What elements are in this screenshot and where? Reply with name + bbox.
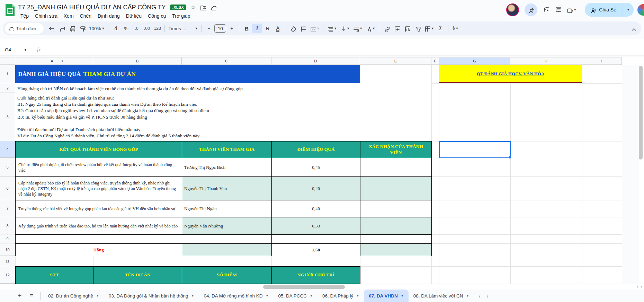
cell-process-link[interactable]: QT ĐÁNH GIÁ HQCV, VĂN HÓA: [439, 65, 582, 83]
comments-icon[interactable]: [555, 6, 561, 14]
cell-empty[interactable]: [272, 235, 360, 244]
star-icon[interactable]: ☆: [190, 4, 196, 11]
selected-cell-g4[interactable]: [439, 141, 511, 158]
name-box-caret-icon[interactable]: ▼: [24, 48, 27, 52]
version-history-icon[interactable]: [543, 6, 549, 14]
column-header-h[interactable]: H: [510, 57, 582, 65]
column-header-e[interactable]: E: [360, 57, 431, 65]
decrease-font-size-button[interactable]: −: [204, 24, 214, 33]
tab-caret-icon[interactable]: ▼: [310, 294, 313, 297]
sheet-tab-05-da-pccc[interactable]: 05. DA PCCC▼: [274, 290, 317, 302]
row-header-12[interactable]: 12: [0, 266, 15, 284]
row-header-4[interactable]: 4: [0, 141, 15, 158]
undo-button[interactable]: [46, 24, 56, 33]
row-header-9[interactable]: 9: [0, 234, 15, 243]
row-header-10[interactable]: 10: [0, 243, 15, 256]
menu-file[interactable]: Tệp: [18, 12, 31, 19]
column-header-b[interactable]: B: [93, 57, 182, 65]
menu-edit[interactable]: Chỉnh sửa: [33, 12, 60, 19]
cell-empty[interactable]: [182, 244, 272, 256]
bold-button[interactable]: B: [242, 24, 251, 33]
text-wrap-button[interactable]: ▼: [351, 24, 364, 33]
scroll-corner-buttons[interactable]: ‹›: [637, 284, 642, 289]
column-header-g[interactable]: G: [439, 57, 510, 65]
italic-button[interactable]: I: [252, 24, 262, 33]
column-header-i[interactable]: I: [582, 57, 622, 65]
column-a-dropdown-icon[interactable]: ▼: [61, 60, 64, 63]
document-title[interactable]: T7.25_ĐÁNH GIÁ HIỆU QUẢ DỰ ÁN CẤP CÔNG T…: [18, 4, 166, 11]
menu-help[interactable]: Trợ giúp: [170, 12, 193, 19]
row-header-3[interactable]: 3: [0, 93, 15, 141]
font-select[interactable]: Times ...▼: [167, 24, 199, 33]
tab-caret-icon[interactable]: ▼: [401, 294, 404, 297]
tab-caret-icon[interactable]: ▼: [191, 294, 194, 297]
fill-handle[interactable]: [509, 156, 511, 159]
header-confirmation[interactable]: XÁC NHẬN CỦA THÀNH VIÊN: [360, 141, 432, 158]
row-header-2[interactable]: 2: [0, 83, 15, 93]
cell-confirm[interactable]: [360, 177, 432, 200]
cell-confirm[interactable]: [360, 217, 432, 235]
cell-member[interactable]: Trương Thị Ngọc Bích: [182, 158, 272, 177]
text-color-button[interactable]: A: [273, 24, 283, 33]
vertical-scrollbar[interactable]: [639, 66, 643, 159]
row-header-7[interactable]: 7: [0, 200, 15, 217]
row-header-8[interactable]: 8: [0, 217, 15, 234]
input-tools-button[interactable]: ê▼: [451, 24, 460, 33]
cell-desc[interactable]: Xây dựng giáo trình và triển khai đào tạ…: [16, 217, 182, 235]
select-all-corner[interactable]: [0, 57, 15, 65]
menu-format[interactable]: Định dạng: [95, 12, 122, 19]
column-header-d[interactable]: D: [271, 57, 360, 65]
formula-input[interactable]: [41, 44, 644, 55]
fill-color-button[interactable]: [288, 24, 297, 33]
header-contribution[interactable]: KẾT QUẢ THÀNH VIÊN ĐÓNG GÓP: [16, 141, 182, 158]
cell-desc[interactable]: Truyền thông các bài viết về Integrity g…: [16, 200, 182, 217]
cell-member[interactable]: Nguyễn Thị Ngân: [182, 200, 272, 217]
paint-format-button[interactable]: [78, 24, 87, 33]
print-button[interactable]: [67, 24, 77, 33]
cell-desc[interactable]: Chủ trì điều phối dự án, tổ chức review …: [16, 158, 182, 177]
cell-empty[interactable]: [360, 235, 432, 244]
cell-empty[interactable]: [16, 235, 182, 244]
vertical-align-button[interactable]: ▼: [339, 24, 351, 33]
add-sheet-button[interactable]: +: [14, 291, 26, 301]
sheet-tab-04-da-mo-rong[interactable]: 04. DA Mở rộng mô hình KD▼: [199, 290, 273, 302]
video-call-button[interactable]: ▼: [566, 7, 576, 13]
tab-scroll-left-icon[interactable]: ‹: [478, 293, 480, 299]
cloud-status-icon[interactable]: [210, 4, 216, 10]
cell-empty[interactable]: [182, 235, 272, 244]
insert-link-button[interactable]: [382, 24, 391, 33]
sheet-tab-03-da-dong-goi[interactable]: 03. DA Đóng gói & Nhân bản hệ thống▼: [104, 290, 199, 302]
cell-score[interactable]: 0,45: [272, 158, 360, 177]
header-stt[interactable]: STT: [16, 267, 93, 284]
cell-score[interactable]: 0,40: [272, 200, 360, 217]
cell-confirm[interactable]: [360, 158, 432, 177]
cell-member[interactable]: Nguyễn Thị Thanh Vân: [182, 177, 272, 200]
video-call-caret-icon[interactable]: ▼: [573, 8, 576, 11]
column-header-f[interactable]: F: [431, 57, 439, 65]
cell-note-row2[interactable]: Hàng tháng chủ trì NÊN có kế hoạch làm v…: [15, 83, 431, 93]
increase-decimal-button[interactable]: .00: [142, 24, 152, 33]
row-header-5[interactable]: 5: [0, 158, 15, 176]
menu-insert[interactable]: Chèn: [78, 12, 94, 19]
column-header-c[interactable]: C: [182, 57, 271, 65]
sheet-tab-06-da-phap-ly[interactable]: 06. DA Pháp lý▼: [317, 290, 364, 302]
move-folder-icon[interactable]: [200, 4, 206, 10]
name-box[interactable]: G4▼: [0, 47, 30, 52]
borders-button[interactable]: [298, 24, 308, 33]
format-percent-button[interactable]: %: [121, 24, 131, 33]
cell-desc[interactable]: Cập nhật update báo cáo tỷ lệ hoàn thành…: [16, 177, 182, 200]
row-header-6[interactable]: 6: [0, 176, 15, 200]
strikethrough-button[interactable]: S: [262, 24, 272, 33]
collaborator-avatar[interactable]: [506, 3, 519, 16]
row-header-1[interactable]: 1: [0, 65, 15, 83]
menu-tools[interactable]: Công cụ: [145, 12, 168, 19]
functions-button[interactable]: Σ: [436, 24, 446, 33]
collapse-toolbar-button[interactable]: [628, 24, 638, 33]
cell-banner-title[interactable]: ĐÁNH GIÁ HIỆU QUẢ THAM GIA DỰ ÁN: [15, 65, 360, 83]
insert-chart-button[interactable]: [402, 24, 412, 33]
cell-note-row3[interactable]: Cuối háng chủ trì đánh giá Hiệu quả dự á…: [15, 93, 431, 141]
share-button[interactable]: Chia Sẻ: [585, 3, 622, 17]
presence-icon[interactable]: [525, 3, 537, 16]
search-menus-button[interactable]: Trình đơn: [5, 23, 44, 34]
header-points[interactable]: SỐ ĐIỂM: [182, 267, 272, 284]
